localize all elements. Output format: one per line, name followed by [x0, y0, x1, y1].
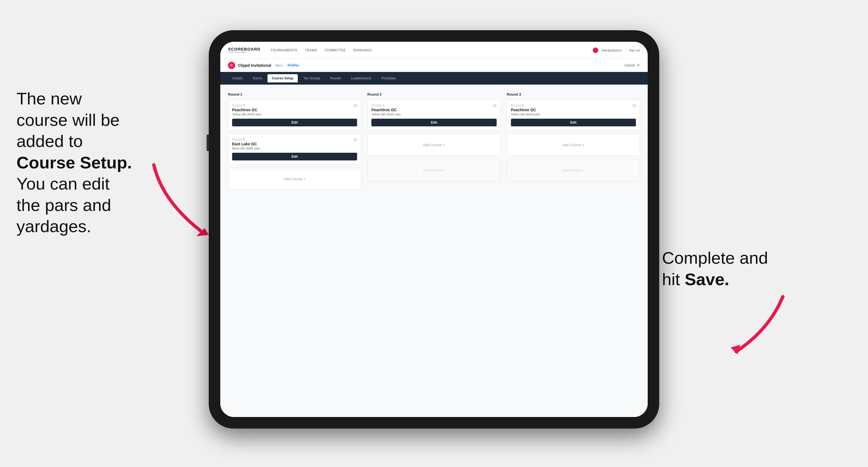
tab-printables[interactable]: Printables — [377, 74, 400, 83]
delete-icon-r3-a[interactable]: ⊟ — [631, 103, 637, 108]
course-card-r1-b: ⊟ (Course B) East Lake GC Black (M) (689… — [228, 134, 361, 164]
logo-title: SCOREBOARD — [228, 47, 260, 51]
annotation-right-line2: hit — [662, 270, 685, 289]
nav-rankings[interactable]: RANKINGS — [353, 48, 372, 52]
course-tag-r1-a: (Course A) — [232, 104, 357, 107]
tabs-bar: Details Teams Course Setup Tee Groups Re… — [220, 72, 648, 85]
annotation-right-line1: Complete and — [662, 248, 768, 267]
hosting-badge: Hosting — [286, 63, 300, 67]
nav-tournaments[interactable]: TOURNAMENTS — [270, 48, 297, 52]
tablet-shell: SCOREBOARD Powered by clippd TOURNAMENTS… — [209, 30, 659, 429]
tablet-side-button — [207, 134, 209, 151]
course-card-r2-a: ⊟ (Course A) Peachtree GC Yellow (M) (66… — [367, 100, 500, 130]
main-content: Round 1 ⊟ (Course A) Peachtree GC Yellow… — [220, 85, 648, 417]
annotation-line5: the pars and — [17, 195, 111, 215]
edit-button-r1-b[interactable]: Edit — [232, 153, 357, 160]
pipe-divider: | — [625, 49, 626, 52]
nav-committee[interactable]: COMMITTEE — [325, 48, 346, 52]
edit-button-r1-a[interactable]: Edit — [232, 119, 357, 126]
annotation-line2: course will be — [17, 111, 120, 129]
round-2-column: Round 2 ⊟ (Course A) Peachtree GC Yellow… — [367, 92, 500, 193]
tab-leaderboards[interactable]: Leaderboards — [347, 74, 376, 83]
course-detail-r3-a: Yellow (M) (6629 yds) — [511, 113, 636, 116]
course-tag-r3-a: (Course A) — [511, 104, 636, 107]
cancel-label: Cancel — [625, 63, 635, 67]
annotation-line6: yardages. — [17, 217, 91, 236]
rounds-grid: Round 1 ⊟ (Course A) Peachtree GC Yellow… — [228, 92, 640, 193]
delete-icon-r2-a[interactable]: ⊟ — [492, 103, 498, 108]
course-card-r1-a: ⊟ (Course A) Peachtree GC Yellow (M) (66… — [228, 100, 361, 130]
add-course-r3[interactable]: Add Course + — [507, 134, 640, 156]
tab-results[interactable]: Results — [326, 74, 346, 83]
course-detail-r1-a: Yellow (M) (6629 yds) — [232, 113, 357, 116]
add-course-r2-label: Add Course + — [423, 143, 445, 147]
tournament-header: C Clippd Invitational (Men) Hosting Canc… — [220, 59, 648, 72]
tab-details[interactable]: Details — [228, 74, 247, 83]
tournament-tag: (Men) — [275, 64, 283, 67]
tournament-name: Clippd Invitational — [238, 63, 271, 68]
top-nav: SCOREBOARD Powered by clippd TOURNAMENTS… — [220, 42, 648, 59]
add-course-r2-disabled: Add Course + — [367, 159, 500, 181]
course-tag-r1-b: (Course B) — [232, 138, 357, 141]
course-name-r1-b: East Lake GC — [232, 142, 357, 146]
add-course-r3-disabled-label: Add Course + — [562, 168, 584, 172]
tablet-screen: SCOREBOARD Powered by clippd TOURNAMENTS… — [220, 42, 648, 417]
annotation-right-bold: Save. — [685, 270, 729, 289]
tab-teams[interactable]: Teams — [248, 74, 267, 83]
add-course-r2-disabled-label: Add Course + — [423, 168, 445, 172]
nav-items: TOURNAMENTS TEAMS COMMITTEE RANKINGS — [270, 48, 372, 52]
add-course-r1[interactable]: Add Course + — [228, 168, 361, 190]
annotation-arrow-right — [714, 288, 791, 365]
course-detail-r1-b: Black (M) (6891 yds) — [232, 147, 357, 150]
sign-out-link[interactable]: Sign out — [629, 49, 640, 52]
course-name-r3-a: Peachtree GC — [511, 108, 636, 112]
user-avatar — [593, 48, 598, 53]
round-3-label: Round 3 — [507, 92, 640, 96]
course-card-r3-a: ⊟ (Course A) Peachtree GC Yellow (M) (66… — [507, 100, 640, 130]
course-name-r1-a: Peachtree GC — [232, 108, 357, 112]
tab-course-setup[interactable]: Course Setup — [268, 74, 298, 83]
add-course-r2[interactable]: Add Course + — [367, 134, 500, 156]
logo-sub: Powered by clippd — [228, 51, 260, 53]
cancel-button[interactable]: Cancel ✕ — [625, 63, 640, 68]
add-course-r3-disabled: Add Course + — [507, 159, 640, 181]
scoreboard-logo: SCOREBOARD Powered by clippd — [228, 47, 260, 53]
round-2-label: Round 2 — [367, 92, 500, 96]
edit-button-r2-a[interactable]: Edit — [371, 119, 496, 126]
course-name-r2-a: Peachtree GC — [371, 108, 496, 112]
annotation-line4: You can edit — [17, 174, 110, 193]
course-tag-r2-a: (Course A) — [371, 104, 496, 107]
edit-button-r3-a[interactable]: Edit — [511, 119, 636, 126]
tab-tee-groups[interactable]: Tee Groups — [299, 74, 325, 83]
nav-teams[interactable]: TEAMS — [305, 48, 317, 52]
annotation-line3: added to — [17, 132, 83, 151]
add-course-r1-label: Add Course + — [284, 177, 306, 181]
course-detail-r2-a: Yellow (M) (6629 yds) — [371, 113, 496, 116]
clippd-icon: C — [228, 62, 235, 69]
round-1-column: Round 1 ⊟ (Course A) Peachtree GC Yellow… — [228, 92, 361, 193]
top-nav-right: blair@clippd.io | Sign out — [593, 48, 640, 53]
round-1-label: Round 1 — [228, 92, 361, 96]
user-email: blair@clippd.io — [601, 49, 621, 52]
top-nav-left: SCOREBOARD Powered by clippd TOURNAMENTS… — [228, 47, 372, 53]
delete-icon-r1-b[interactable]: ⊟ — [353, 137, 358, 142]
tournament-left: C Clippd Invitational (Men) Hosting — [228, 62, 300, 69]
delete-icon-r1-a[interactable]: ⊟ — [353, 103, 358, 108]
annotation-line1: The new — [17, 89, 82, 108]
annotation-right: Complete and hit Save. — [662, 247, 794, 290]
round-3-column: Round 3 ⊟ (Course A) Peachtree GC Yellow… — [507, 92, 640, 193]
annotation-bold: Course Setup. — [17, 153, 132, 172]
close-icon: ✕ — [637, 63, 640, 68]
add-course-r3-label: Add Course + — [562, 143, 584, 147]
